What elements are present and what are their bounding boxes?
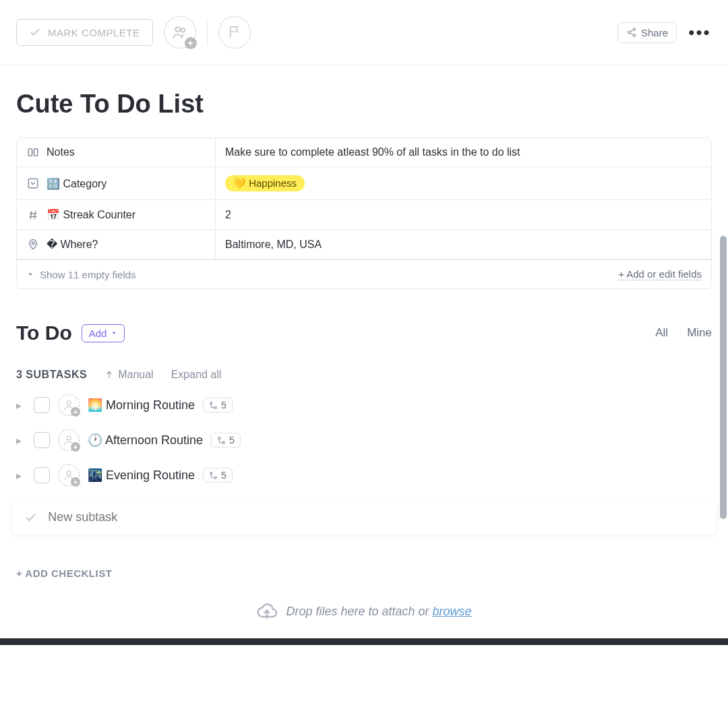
- category-tag[interactable]: 💛 Happiness: [225, 175, 305, 191]
- field-row-category: 🔠 Category 💛 Happiness: [17, 167, 711, 200]
- new-subtask-row[interactable]: [12, 499, 716, 535]
- mark-complete-label: MARK COMPLETE: [48, 27, 140, 38]
- filter-tabs: All Mine: [655, 326, 712, 340]
- svg-line-6: [630, 33, 633, 35]
- assign-subtask-button[interactable]: +: [58, 394, 80, 416]
- svg-line-14: [34, 211, 36, 219]
- expand-caret[interactable]: ▸: [16, 469, 26, 482]
- svg-point-21: [214, 406, 216, 408]
- scrollbar-thumb[interactable]: [720, 236, 727, 519]
- assign-subtask-button[interactable]: +: [58, 429, 80, 451]
- svg-point-23: [218, 437, 220, 439]
- field-value-notes[interactable]: Make sure to complete atleast 90% of all…: [216, 138, 711, 166]
- share-label: Share: [641, 27, 668, 38]
- svg-point-15: [32, 241, 34, 244]
- svg-point-24: [222, 441, 224, 444]
- svg-line-5: [630, 30, 633, 32]
- svg-rect-7: [28, 149, 32, 156]
- dropzone-text: Drop files here to attach or browse: [286, 605, 471, 619]
- sort-manual-button[interactable]: Manual: [104, 369, 153, 381]
- svg-point-25: [67, 471, 71, 475]
- dropdown-icon: [26, 177, 40, 189]
- location-icon: [26, 239, 40, 251]
- expand-caret[interactable]: ▸: [16, 399, 26, 412]
- section-title: To Do: [16, 322, 72, 344]
- subtask-icon: [209, 401, 218, 410]
- plus-icon: +: [71, 477, 80, 487]
- browse-link[interactable]: browse: [433, 605, 472, 618]
- subtask-child-count[interactable]: 5: [203, 398, 233, 412]
- subtask-icon: [217, 436, 226, 445]
- add-edit-fields-button[interactable]: + Add or edit fields: [618, 268, 702, 280]
- subtask-title[interactable]: 🕐 Afternoon Routine: [88, 433, 203, 448]
- assign-subtask-button[interactable]: +: [58, 464, 80, 486]
- ellipsis-icon: •••: [688, 22, 710, 43]
- svg-marker-17: [113, 332, 116, 334]
- upload-cloud-icon: [256, 601, 278, 622]
- subtask-icon: [209, 471, 218, 480]
- subtask-title[interactable]: 🌅 Morning Routine: [88, 398, 195, 412]
- svg-rect-8: [34, 149, 38, 156]
- priority-flag-button[interactable]: [218, 16, 251, 49]
- todo-section-header: To Do Add All Mine: [0, 289, 728, 350]
- flag-icon: [227, 25, 242, 40]
- field-label-category: 🔠 Category: [17, 167, 216, 200]
- filter-mine[interactable]: Mine: [687, 326, 712, 340]
- check-icon: [29, 26, 41, 38]
- share-button[interactable]: Share: [617, 22, 677, 43]
- subtask-checkbox[interactable]: [34, 432, 50, 448]
- field-value-streak[interactable]: 2: [216, 200, 711, 229]
- text-icon: [26, 146, 40, 158]
- bottom-bar: [0, 638, 728, 645]
- subtask-checkbox[interactable]: [34, 397, 50, 413]
- file-dropzone[interactable]: Drop files here to attach or browse: [0, 587, 728, 638]
- add-checklist-button[interactable]: + ADD CHECKLIST: [0, 535, 728, 587]
- svg-point-20: [210, 402, 212, 404]
- field-row-where: � Where? Baltimore, MD, USA: [17, 230, 711, 259]
- toolbar: MARK COMPLETE + Share •••: [0, 0, 728, 65]
- subtask-row[interactable]: ▸ + 🌃 Evening Routine 5: [0, 458, 728, 493]
- subtask-child-count[interactable]: 5: [211, 433, 241, 448]
- caret-down-icon: [26, 270, 34, 278]
- field-value-category[interactable]: 💛 Happiness: [216, 167, 711, 200]
- field-value-where[interactable]: Baltimore, MD, USA: [216, 230, 711, 259]
- subtask-checkbox[interactable]: [34, 467, 50, 483]
- more-menu-button[interactable]: •••: [688, 20, 712, 44]
- arrow-up-icon: [104, 370, 114, 379]
- assignees-button[interactable]: +: [164, 16, 196, 49]
- expand-caret[interactable]: ▸: [16, 434, 26, 447]
- add-subtask-button[interactable]: Add: [82, 324, 125, 342]
- scrollbar[interactable]: [720, 236, 728, 640]
- plus-icon: +: [71, 442, 80, 452]
- subtask-row[interactable]: ▸ + 🌅 Morning Routine 5: [0, 388, 728, 423]
- svg-line-13: [30, 211, 32, 219]
- field-label-streak: 📅 Streak Counter: [17, 200, 216, 229]
- custom-fields-table: Notes Make sure to complete atleast 90% …: [16, 137, 712, 289]
- subtask-count: 3 SUBTASKS: [16, 369, 87, 381]
- svg-point-1: [181, 28, 184, 32]
- svg-point-19: [67, 401, 71, 405]
- field-row-notes: Notes Make sure to complete atleast 90% …: [17, 138, 711, 167]
- subtask-child-count[interactable]: 5: [203, 468, 233, 483]
- svg-point-22: [67, 436, 71, 440]
- expand-all-button[interactable]: Expand all: [171, 369, 222, 381]
- fields-footer: Show 11 empty fields + Add or edit field…: [17, 259, 711, 288]
- hash-icon: [26, 209, 40, 221]
- toolbar-separator: [207, 19, 208, 46]
- new-subtask-input[interactable]: [48, 510, 704, 524]
- filter-all[interactable]: All: [655, 326, 668, 340]
- svg-point-26: [210, 472, 212, 474]
- svg-point-27: [214, 477, 216, 479]
- subtask-title[interactable]: 🌃 Evening Routine: [88, 468, 195, 483]
- subtask-row[interactable]: ▸ + 🕐 Afternoon Routine 5: [0, 423, 728, 458]
- subtask-list-header: 3 SUBTASKS Manual Expand all: [0, 350, 728, 388]
- show-empty-fields-button[interactable]: Show 11 empty fields: [26, 269, 136, 280]
- mark-complete-button[interactable]: MARK COMPLETE: [16, 19, 153, 46]
- page-title[interactable]: Cute To Do List: [0, 65, 728, 137]
- plus-icon: +: [185, 37, 197, 49]
- svg-point-0: [175, 27, 180, 32]
- field-row-streak: 📅 Streak Counter 2: [17, 200, 711, 230]
- svg-marker-16: [28, 274, 32, 276]
- plus-icon: +: [71, 407, 80, 417]
- caret-down-icon: [111, 330, 117, 336]
